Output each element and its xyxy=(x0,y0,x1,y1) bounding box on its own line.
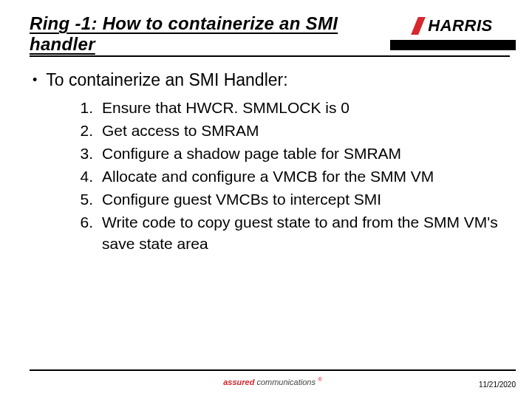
list-text: Allocate and configure a VMCB for the SM… xyxy=(102,166,434,188)
logo-slash-icon xyxy=(413,17,426,35)
list-item: 1. Ensure that HWCR. SMMLOCK is 0 xyxy=(71,98,510,119)
footer-brand: assuredcommunications® xyxy=(223,378,322,386)
list-number: 3. xyxy=(71,143,93,165)
list-number: 6. xyxy=(71,212,93,233)
registered-icon: ® xyxy=(318,376,322,383)
list-item: 4. Allocate and configure a VMCB for the… xyxy=(71,166,510,188)
list-number: 1. xyxy=(71,98,93,119)
footer-brand-communications: communications xyxy=(256,378,315,386)
slide: Ring -1: How to containerize an SMI hand… xyxy=(0,0,532,399)
list-text: Write code to copy guest state to and fr… xyxy=(102,212,501,255)
steps-list: 1. Ensure that HWCR. SMMLOCK is 0 2. Get… xyxy=(71,98,510,255)
list-number: 2. xyxy=(71,120,93,142)
list-item: 2. Get access to SMRAM xyxy=(71,120,510,142)
logo-block: HARRIS xyxy=(390,16,516,50)
footer-brand-assured: assured xyxy=(223,378,254,386)
footer-date: 11/21/2020 xyxy=(479,381,516,389)
header: Ring -1: How to containerize an SMI hand… xyxy=(30,13,510,54)
footer-divider xyxy=(30,369,516,371)
logo-text: HARRIS xyxy=(428,16,492,35)
intro-text: To containerize an SMI Handler: xyxy=(46,70,287,90)
footer-row: assuredcommunications® 11/21/2020 xyxy=(30,375,516,389)
bullet-icon: • xyxy=(33,73,37,86)
list-text: Configure a shadow page table for SMRAM xyxy=(102,143,401,165)
list-item: 3. Configure a shadow page table for SMR… xyxy=(71,143,510,165)
harris-logo: HARRIS xyxy=(390,16,516,35)
header-divider xyxy=(30,55,510,57)
list-item: 5. Configure guest VMCBs to intercept SM… xyxy=(71,189,510,211)
list-item: 6. Write code to copy guest state to and… xyxy=(71,212,510,255)
list-text: Configure guest VMCBs to intercept SMI xyxy=(102,189,381,211)
slide-title: Ring -1: How to containerize an SMI hand… xyxy=(30,13,347,54)
intro-bullet: • To containerize an SMI Handler: xyxy=(33,70,510,90)
logo-bar xyxy=(390,40,516,50)
content: • To containerize an SMI Handler: 1. Ens… xyxy=(30,70,510,384)
list-number: 5. xyxy=(71,189,93,211)
list-text: Get access to SMRAM xyxy=(102,120,259,142)
list-number: 4. xyxy=(71,166,93,188)
footer: assuredcommunications® 11/21/2020 xyxy=(30,369,516,389)
list-text: Ensure that HWCR. SMMLOCK is 0 xyxy=(102,98,349,119)
